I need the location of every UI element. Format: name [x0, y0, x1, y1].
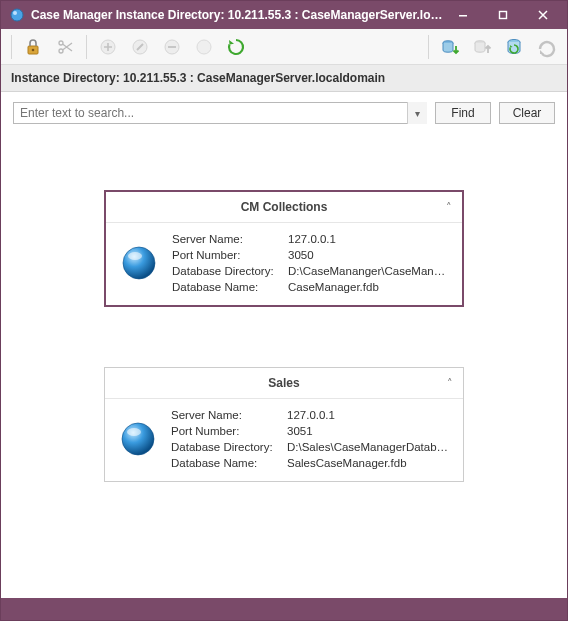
undo-button[interactable]	[531, 33, 561, 61]
label-db-name: Database Name:	[171, 457, 281, 469]
value-db-dir: D:\CaseMananger\CaseManagerData…	[288, 265, 448, 277]
refresh-button[interactable]	[221, 33, 251, 61]
svg-rect-3	[500, 12, 507, 19]
search-input[interactable]	[13, 102, 427, 124]
card-header[interactable]: Sales ˄	[105, 368, 463, 399]
value-db-name: SalesCaseManager.fdb	[287, 457, 449, 469]
card-body: Server Name: 127.0.0.1 Port Number: 3051…	[105, 399, 463, 481]
sphere-icon	[119, 420, 157, 458]
toolbar-separator	[428, 35, 429, 59]
restore-db-button[interactable]	[499, 33, 529, 61]
search-row: ▾ Find Clear	[1, 92, 567, 130]
svg-point-18	[127, 428, 141, 436]
card-title: CM Collections	[241, 200, 328, 214]
find-button[interactable]: Find	[435, 102, 491, 124]
instance-list: CM Collections ˄ Serve	[1, 130, 567, 598]
dropdown-arrow-icon[interactable]: ▾	[407, 102, 427, 124]
scissors-button[interactable]	[50, 33, 80, 61]
remove-button[interactable]	[157, 33, 187, 61]
search-box[interactable]: ▾	[13, 102, 427, 124]
card-body: Server Name: 127.0.0.1 Port Number: 3050…	[106, 223, 462, 305]
instance-card[interactable]: CM Collections ˄ Serve	[104, 190, 464, 307]
label-port-number: Port Number:	[172, 249, 282, 261]
toolbar	[1, 29, 567, 65]
value-db-dir: D:\Sales\CaseManagerDatabases\	[287, 441, 449, 453]
value-server-name: 127.0.0.1	[287, 409, 449, 421]
maximize-button[interactable]	[483, 1, 523, 29]
label-port-number: Port Number:	[171, 425, 281, 437]
label-db-name: Database Name:	[172, 281, 282, 293]
edit-button[interactable]	[125, 33, 155, 61]
value-port-number: 3051	[287, 425, 449, 437]
minimize-button[interactable]	[443, 1, 483, 29]
window-title: Case Manager Instance Directory: 10.211.…	[31, 8, 443, 22]
value-db-name: CaseManager.fdb	[288, 281, 448, 293]
disabled-circle-button[interactable]	[189, 33, 219, 61]
label-server-name: Server Name:	[172, 233, 282, 245]
title-bar: Case Manager Instance Directory: 10.211.…	[1, 1, 567, 29]
chevron-up-icon[interactable]: ˄	[446, 201, 452, 214]
toolbar-separator	[86, 35, 87, 59]
clear-button[interactable]: Clear	[499, 102, 555, 124]
card-properties: Server Name: 127.0.0.1 Port Number: 3050…	[172, 233, 448, 293]
label-db-dir: Database Directory:	[172, 265, 282, 277]
upload-db-button[interactable]	[467, 33, 497, 61]
value-server-name: 127.0.0.1	[288, 233, 448, 245]
svg-point-15	[123, 247, 155, 279]
sphere-icon	[120, 244, 158, 282]
instance-card[interactable]: Sales ˄ Server Name:	[104, 367, 464, 482]
toolbar-separator	[11, 35, 12, 59]
value-port-number: 3050	[288, 249, 448, 261]
breadcrumb: Instance Directory: 10.211.55.3 : CaseMa…	[1, 65, 567, 92]
status-bar	[1, 598, 567, 620]
download-db-button[interactable]	[435, 33, 465, 61]
lock-button[interactable]	[18, 33, 48, 61]
chevron-up-icon[interactable]: ˄	[447, 377, 453, 390]
app-icon	[9, 7, 25, 23]
add-button[interactable]	[93, 33, 123, 61]
svg-point-5	[32, 48, 35, 51]
close-button[interactable]	[523, 1, 563, 29]
card-properties: Server Name: 127.0.0.1 Port Number: 3051…	[171, 409, 449, 469]
svg-rect-2	[459, 15, 467, 17]
card-title: Sales	[268, 376, 299, 390]
label-db-dir: Database Directory:	[171, 441, 281, 453]
card-header[interactable]: CM Collections ˄	[106, 192, 462, 223]
svg-point-1	[13, 11, 17, 15]
svg-point-17	[122, 423, 154, 455]
label-server-name: Server Name:	[171, 409, 281, 421]
svg-point-16	[128, 252, 142, 260]
svg-point-0	[11, 9, 23, 21]
svg-point-11	[197, 40, 211, 54]
